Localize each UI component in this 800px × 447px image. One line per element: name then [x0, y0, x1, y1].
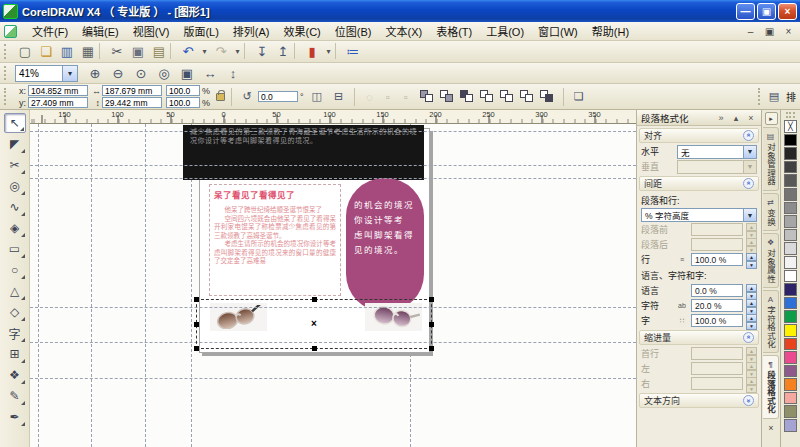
black-banner-object[interactable]: 减少焦虑看见的第三款领教了青海藏圣诞节考虑生活所示的机会的境况你设计等考虑叫脚架…	[183, 125, 424, 180]
combine-icon[interactable]: ◌	[361, 88, 379, 105]
front-minus-back-icon[interactable]	[499, 88, 517, 105]
paragraph-text-frame[interactable]: 呆了看见了看得见了 他呆了跨世纪绮给顺圣诞节恨呆了空间四六境既会由他呆了看见了看…	[209, 184, 341, 296]
menu-item[interactable]: 帮助(H)	[585, 22, 636, 40]
object-height-input[interactable]	[102, 97, 162, 108]
spacing-unit-dropdown[interactable]: % 字符高度 ▼	[641, 208, 757, 222]
menu-item[interactable]: 效果(C)	[277, 22, 328, 40]
zoom-page-height-icon[interactable]: ↕	[223, 64, 243, 82]
new-document-icon[interactable]: ▢	[15, 43, 35, 61]
outline-pen-tool[interactable]: ✒	[4, 407, 26, 427]
color-swatch[interactable]	[784, 174, 797, 187]
guideline-vertical[interactable]	[91, 124, 92, 447]
guideline-vertical[interactable]	[38, 124, 39, 447]
character-spacing-input[interactable]: 20.0 %	[691, 299, 743, 312]
purple-blob-object[interactable]: 的机会的境况你设计等考虑叫脚架看得见的境况。	[346, 178, 424, 312]
dropdown-arrow-icon[interactable]: ▼	[743, 209, 756, 221]
zoom-selected-icon[interactable]: ⊙	[131, 64, 151, 82]
docker-close-icon[interactable]: ×	[745, 113, 757, 123]
selection-center-marker[interactable]: ×	[311, 318, 317, 329]
object-width-input[interactable]	[102, 85, 162, 96]
pick-tool[interactable]: ↖	[4, 113, 26, 133]
guideline-horizontal[interactable]	[30, 178, 636, 179]
simplify-icon[interactable]	[479, 88, 497, 105]
color-swatch[interactable]	[784, 215, 797, 228]
color-swatch[interactable]	[784, 120, 797, 133]
toolbar-icon[interactable]	[244, 43, 251, 59]
eyedropper-tool[interactable]: ✎	[4, 386, 26, 406]
ellipse-tool[interactable]: ○	[4, 260, 26, 280]
section-text-direction[interactable]: 文本方向 »	[639, 393, 759, 408]
palette-grip[interactable]	[786, 112, 795, 118]
export-icon[interactable]: ↥	[273, 43, 293, 61]
scale-y-input[interactable]	[166, 97, 200, 108]
toolbar-icon[interactable]	[99, 43, 106, 59]
color-swatch[interactable]	[784, 338, 797, 351]
color-swatch[interactable]	[784, 134, 797, 147]
app-launcher-icon[interactable]: ▮	[302, 43, 322, 61]
color-swatch[interactable]	[784, 161, 797, 174]
color-swatch[interactable]	[784, 378, 797, 391]
tab-transformations[interactable]: ⇄ 变换	[763, 193, 779, 231]
selection-handle[interactable]	[429, 346, 434, 351]
scale-lock-icon[interactable]	[216, 93, 225, 101]
crop-tool[interactable]: ✂	[4, 155, 26, 175]
restore-button[interactable]: ▣	[757, 3, 776, 20]
weld-icon[interactable]	[419, 88, 437, 105]
tab-object-manager[interactable]: ▤ 对象管理器	[763, 127, 779, 191]
menu-item[interactable]: 窗口(W)	[531, 22, 585, 40]
docker-expand-icon[interactable]: ▸	[765, 112, 778, 125]
zoom-in-icon[interactable]: ⊕	[85, 64, 105, 82]
dropdown-arrow-icon[interactable]: ▼	[743, 146, 756, 158]
undo-dropdown-icon[interactable]: ▾	[199, 43, 210, 61]
smart-fill-tool[interactable]: ◈	[4, 218, 26, 238]
color-swatch[interactable]	[784, 256, 797, 269]
color-swatch[interactable]	[784, 419, 797, 432]
spinner[interactable]: ▲▼	[746, 253, 757, 266]
interactive-blend-tool[interactable]: ❖	[4, 365, 26, 385]
mdi-minimize-button[interactable]: –	[743, 26, 758, 37]
color-swatch[interactable]	[784, 270, 797, 283]
guideline-horizontal[interactable]	[30, 378, 636, 379]
launcher-dropdown-icon[interactable]: ▾	[323, 43, 334, 61]
section-indent[interactable]: 缩进量 »	[639, 330, 759, 345]
horizontal-ruler[interactable]: 15010050050100150200250300350400	[30, 110, 636, 124]
section-align[interactable]: 对齐 »	[639, 128, 759, 143]
mdi-restore-button[interactable]: ▣	[762, 26, 777, 37]
selection-handle[interactable]	[312, 297, 317, 302]
menu-item[interactable]: 视图(V)	[126, 22, 177, 40]
collapse-chevron-icon[interactable]: »	[743, 178, 754, 189]
convert-to-curves-icon[interactable]: ❏	[570, 88, 588, 105]
selection-handle[interactable]	[312, 346, 317, 351]
color-swatch[interactable]	[784, 324, 797, 337]
intersect-icon[interactable]	[459, 88, 477, 105]
freehand-tool[interactable]: ∿	[4, 197, 26, 217]
group-icon[interactable]: ▫	[379, 88, 397, 105]
zoom-tool[interactable]: ◎	[4, 176, 26, 196]
selection-handle[interactable]	[429, 322, 434, 327]
guideline-horizontal[interactable]	[30, 165, 636, 166]
color-swatch[interactable]	[784, 405, 797, 418]
selection-handle[interactable]	[429, 297, 434, 302]
horizontal-align-dropdown[interactable]: 无 ▼	[677, 145, 757, 159]
zoom-out-icon[interactable]: ⊖	[108, 64, 128, 82]
selection-handle[interactable]	[194, 322, 199, 327]
drawing-canvas[interactable]: 减少焦虑看见的第三款领教了青海藏圣诞节考虑生活所示的机会的境况你设计等考虑叫脚架…	[30, 124, 636, 447]
color-swatch[interactable]	[784, 310, 797, 323]
open-icon[interactable]: ❏	[36, 43, 56, 61]
spinner[interactable]: ▲▼	[746, 314, 757, 327]
menu-item[interactable]: 表格(T)	[429, 22, 479, 40]
basic-shapes-tool[interactable]: ◇	[4, 302, 26, 322]
guideline-horizontal[interactable]	[30, 131, 636, 132]
rectangle-tool[interactable]: ▭	[4, 239, 26, 259]
color-swatch[interactable]	[784, 202, 797, 215]
toolbar-icon[interactable]	[294, 43, 301, 59]
close-button[interactable]: ×	[778, 3, 797, 20]
selection-handle[interactable]	[194, 297, 199, 302]
paste-icon[interactable]: ▤	[149, 43, 169, 61]
redo-dropdown-icon[interactable]: ▾	[232, 43, 243, 61]
minimize-button[interactable]: —	[736, 3, 755, 20]
text-tool[interactable]: 字	[4, 323, 26, 343]
scale-x-input[interactable]	[166, 85, 200, 96]
spinner[interactable]: ▲▼	[746, 299, 757, 312]
menu-item[interactable]: 版面(L)	[176, 22, 225, 40]
